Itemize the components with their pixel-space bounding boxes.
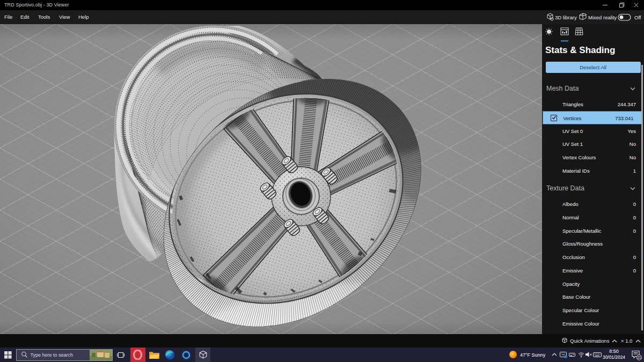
svg-text:Off: Off (634, 14, 641, 20)
svg-text:21: 21 (637, 356, 641, 359)
svg-text:Mixed reality: Mixed reality (588, 14, 617, 20)
svg-text:3D library: 3D library (555, 14, 577, 20)
